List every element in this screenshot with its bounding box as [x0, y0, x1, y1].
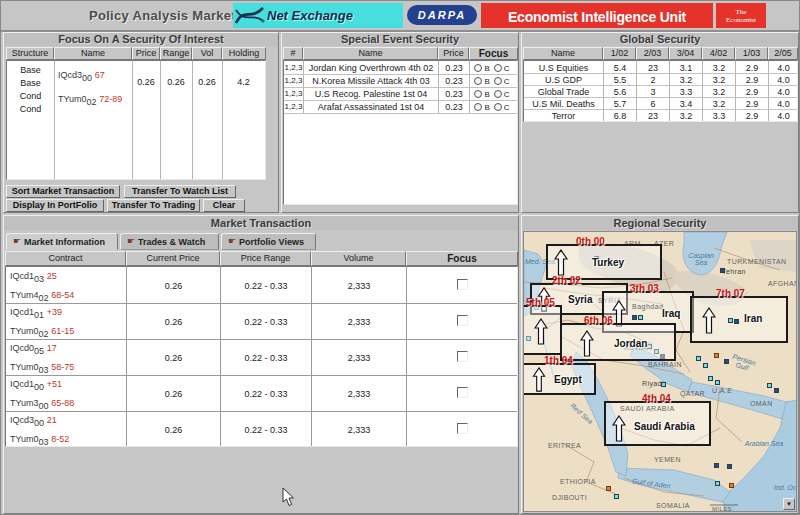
- security-name: IQcd300 67: [58, 69, 105, 83]
- map-scroll-down-button[interactable]: ▼: [783, 498, 795, 510]
- event-name: Jordan King Overthrown 4th 02: [304, 63, 438, 73]
- contract-cell: IQcd300 21 TYum003 8-52: [10, 414, 69, 447]
- city-marker: [714, 353, 719, 358]
- focus-radio-c[interactable]: [494, 103, 502, 111]
- map-box-iran[interactable]: 7th 07 Iran: [690, 296, 788, 343]
- event-price: 0.23: [439, 76, 469, 86]
- security-name: TYum002 72-89: [58, 93, 122, 107]
- focus-checkbox[interactable]: [457, 279, 468, 290]
- city-marker: [614, 494, 619, 499]
- map-label-bahrain: BAHRAIN: [648, 361, 682, 368]
- event-name: Arafat Assassinated 1st 04: [304, 102, 438, 112]
- focus-radio-b[interactable]: [474, 64, 482, 72]
- price-range: 0.22 - 0.33: [221, 317, 311, 327]
- structure-value: Cond: [7, 104, 54, 114]
- city-marker: [729, 483, 734, 488]
- global-security-panel: Global Security Name 1/02 2/03 3/04 4/02…: [521, 32, 799, 213]
- column-header: Focus: [469, 47, 518, 60]
- tab-trades-watch[interactable]: ☛ Trades & Watch: [120, 233, 219, 250]
- column-header: #: [283, 47, 303, 60]
- event-price: 0.23: [439, 102, 469, 112]
- city-marker: [728, 318, 733, 323]
- focus-radio-c[interactable]: [494, 90, 502, 98]
- focus-radio-group: BC: [470, 76, 518, 86]
- special-event-table: 1,2,3 Jordan King Overthrown 4th 02 0.23…: [283, 60, 518, 205]
- focus-radio-b[interactable]: [474, 90, 482, 98]
- tab-market-information[interactable]: ☛ Market Information: [6, 233, 118, 250]
- display-in-portfolio-button[interactable]: Display In PortFolio: [6, 199, 104, 212]
- market-transaction-title: Market Transaction: [4, 216, 518, 230]
- eiu-logo: Economist Intelligence Unit: [481, 3, 713, 28]
- global-security-table: U.S Equities 5.4 23 3.1 3.2 2.9 4.0 U.S …: [523, 60, 798, 122]
- global-security-title: Global Security: [522, 33, 798, 46]
- regional-security-map[interactable]: ARM AZER Caspian Sea TURKMENISTAN Tehran…: [523, 231, 797, 512]
- focus-security-title: Focus On A Security Of Interest: [4, 33, 278, 46]
- range-value: 0.26: [160, 77, 192, 87]
- economist-logo: The Economist: [716, 3, 766, 28]
- focus-checkbox[interactable]: [457, 351, 468, 362]
- focus-radio-b[interactable]: [474, 103, 482, 111]
- regional-security-title: Regional Security: [522, 216, 798, 230]
- column-header: Price: [438, 47, 469, 60]
- transfer-to-trading-button[interactable]: Transfer To Trading: [107, 199, 200, 212]
- city-marker: [714, 463, 719, 468]
- clear-button[interactable]: Clear: [203, 199, 245, 212]
- column-header: Structure: [6, 47, 54, 60]
- event-price: 0.23: [439, 89, 469, 99]
- focus-security-panel: Focus On A Security Of Interest Structur…: [3, 32, 279, 213]
- column-header: Price: [132, 47, 160, 60]
- contract-cell: IQcd100 +51 TYum300 65-88: [10, 378, 74, 411]
- column-header: Holding: [222, 47, 266, 60]
- volume: 2,333: [312, 389, 406, 399]
- column-header: Range: [160, 47, 192, 60]
- map-label-afghanistan: AFGHANIST.: [768, 280, 797, 287]
- focus-radio-group: BC: [470, 89, 518, 99]
- market-transaction-table: IQcd103 25 TYum402 68-54 0.26 0.22 - 0.3…: [5, 266, 518, 447]
- map-label-turkmenistan: TURKMENISTAN: [727, 258, 787, 265]
- up-arrow-icon: [580, 330, 594, 358]
- column-header: Name: [54, 47, 132, 60]
- column-header: 4/02: [702, 47, 735, 60]
- map-label-uae: U.A.E: [712, 387, 732, 394]
- city-marker: [774, 388, 779, 393]
- focus-radio-c[interactable]: [494, 64, 502, 72]
- current-price: 0.26: [127, 353, 220, 363]
- event-name: N.Korea Missile Attack 4th 03: [304, 76, 438, 86]
- volume: 2,333: [312, 353, 406, 363]
- focus-radio-c[interactable]: [494, 77, 502, 85]
- event-name: U.S Recog. Palestine 1st 04: [304, 89, 438, 99]
- focus-checkbox[interactable]: [457, 387, 468, 398]
- price-range: 0.22 - 0.33: [221, 353, 311, 363]
- app-title: Policy Analysis Market: [89, 8, 236, 23]
- volume: 2,333: [312, 425, 406, 435]
- contract-cell: IQcd101 +39 TYum002 61-15: [10, 306, 74, 339]
- transfer-to-watch-list-button[interactable]: Transfer To Watch List: [124, 185, 236, 198]
- map-box-jordan[interactable]: 6th 06 Jordan: [560, 323, 676, 361]
- map-box-egypt[interactable]: 1th 04 Egypt: [523, 363, 596, 395]
- darpa-logo: DARPA: [407, 5, 477, 25]
- city-marker: [727, 464, 732, 469]
- map-box-israel[interactable]: 5th 05: [523, 305, 562, 355]
- special-event-panel: Special Event Security # Name Price Focu…: [281, 32, 519, 213]
- current-price: 0.26: [127, 317, 220, 327]
- map-label-caspian-sea: Caspian Sea: [682, 252, 720, 266]
- net-exchange-logo: Net Exchange: [233, 3, 403, 28]
- mouse-cursor: [282, 487, 296, 507]
- map-box-saudi-arabia[interactable]: 4th 04 SAUDI ARABIA Saudi Arabia: [604, 401, 711, 446]
- focus-radio-b[interactable]: [474, 77, 482, 85]
- tab-portfolio-views[interactable]: ☛ Portfolio Views: [221, 233, 316, 250]
- column-header: Focus: [406, 251, 518, 266]
- focus-checkbox[interactable]: [457, 423, 468, 434]
- column-header: 1/02: [603, 47, 636, 60]
- policy-analysis-market-app: Policy Analysis Market Net Exchange DARP…: [0, 0, 800, 515]
- map-label-qatar: QATAR: [680, 390, 705, 397]
- column-header: Current Price: [126, 251, 220, 266]
- focus-security-table[interactable]: Base Base Cond Cond IQcd300 67 TYum002 7…: [6, 60, 266, 180]
- column-header: Contract: [5, 251, 126, 266]
- current-price: 0.26: [127, 389, 220, 399]
- city-marker: [734, 319, 739, 324]
- map-label-arabian-sea: Arabian Sea: [744, 440, 784, 447]
- focus-checkbox[interactable]: [457, 315, 468, 326]
- sort-market-transaction-button[interactable]: Sort Market Transaction: [6, 185, 120, 198]
- net-exchange-label: Net Exchange: [267, 8, 353, 23]
